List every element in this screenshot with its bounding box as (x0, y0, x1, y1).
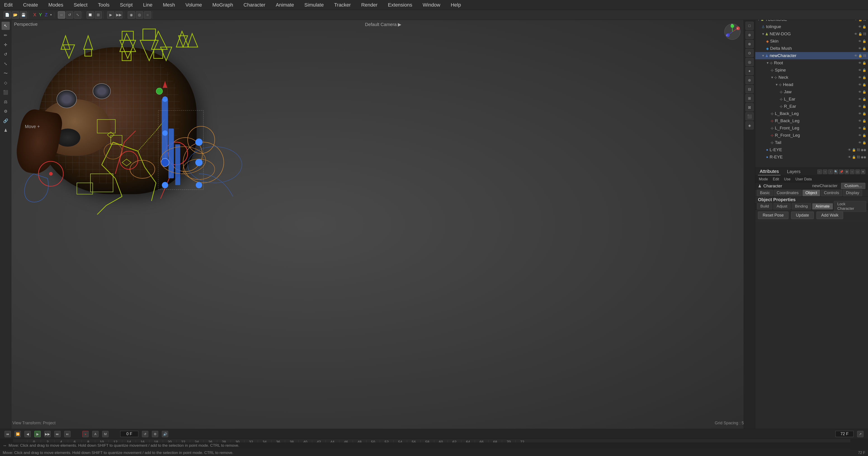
attrs-menu-mode[interactable]: Mode (757, 177, 770, 182)
menu-line[interactable]: Line (141, 1, 154, 9)
attrs-pin-icon[interactable]: 📌 (839, 170, 844, 174)
obj-item-reye[interactable]: ● R-EYE 👁 🔒 ⛓ ◉◉ (755, 153, 868, 161)
attr-tab-coordinates[interactable]: Coordinates (774, 190, 802, 196)
toolbar-open[interactable]: 📂 (12, 11, 19, 19)
expand-newdog[interactable]: ▼ (762, 32, 765, 35)
obj-item-newcharacter[interactable]: ▼ ♟ newCharacter 👁 🔒 ⛓ (755, 52, 868, 59)
frame-end-input[interactable] (835, 431, 854, 437)
icons-panel-btn-8[interactable]: ⊟ (745, 85, 754, 93)
menu-mesh[interactable]: Mesh (161, 1, 177, 9)
sidebar-joint-tool[interactable]: ⚙ (2, 107, 10, 115)
obj-item-tail[interactable]: ⊹ Tail 👁 🔒 (755, 139, 868, 146)
attrs-forward-icon[interactable]: → (823, 170, 827, 174)
icons-panel-btn-10[interactable]: ⊠ (745, 103, 754, 111)
sidebar-select-tool[interactable]: ↖ (2, 22, 10, 30)
sidebar-paint-tool[interactable]: ✏ (2, 31, 10, 39)
menu-volume[interactable]: Volume (184, 1, 204, 9)
toolbar-display-3[interactable]: ○ (144, 11, 151, 19)
obj-item-jaw[interactable]: ⊹ Jaw 👁 🔒 (755, 88, 868, 95)
menu-character[interactable]: Character (242, 1, 267, 9)
icons-panel-btn-2[interactable]: ⊕ (745, 31, 754, 39)
menu-tools[interactable]: Tools (96, 1, 111, 9)
attrs-up-icon[interactable]: ↑ (828, 170, 833, 174)
obj-item-skin[interactable]: ◈ Skin 👁 🔒 (755, 37, 868, 45)
attrs-menu-edit[interactable]: Edit (771, 177, 781, 182)
viewport[interactable]: Perspective Default Camera ▶ Move + (11, 20, 755, 429)
menu-tracker[interactable]: Tracker (332, 1, 352, 9)
attrs-custom-button[interactable]: Custom... (841, 183, 865, 189)
attrs-maximize-icon[interactable]: □ (855, 170, 860, 174)
transport-prev-keyframe[interactable]: ⏪ (14, 431, 21, 437)
transport-audio[interactable]: 🔊 (162, 431, 168, 437)
transport-loop[interactable]: ↺ (142, 431, 148, 437)
transport-motion[interactable]: M (102, 431, 108, 437)
action-tab-lock[interactable]: Lock Character (834, 201, 866, 212)
navigation-gizmo[interactable]: X Y Z (723, 23, 741, 41)
toolbar-save[interactable]: 💾 (20, 11, 27, 19)
obj-item-lear[interactable]: ⊹ L_Ear 👁 🔒 (755, 95, 868, 103)
menu-simulate[interactable]: Simulate (303, 1, 326, 9)
update-button[interactable]: Update (791, 211, 814, 219)
icons-panel-btn-5[interactable]: ◎ (745, 58, 754, 66)
obj-item-rfrontleg[interactable]: ⊹ R_Front_Leg 👁 🔒 (755, 132, 868, 139)
obj-item-lfrontleg[interactable]: ⊹ L_Front_Leg 👁 🔒 (755, 124, 868, 132)
menu-render[interactable]: Render (360, 1, 379, 9)
sidebar-spline-tool[interactable]: 〜 (2, 69, 10, 77)
toolbar-display-1[interactable]: ◉ (128, 11, 135, 19)
transport-corner-icon[interactable]: ↗ (857, 431, 864, 437)
icons-panel-btn-7[interactable]: ⊛ (745, 76, 754, 84)
icons-panel-btn-11[interactable]: ⬛ (745, 112, 754, 120)
expand-neck[interactable]: ▼ (771, 76, 774, 79)
icons-panel-btn-6[interactable]: ✦ (745, 67, 754, 75)
transport-record[interactable]: ⏯ (64, 431, 70, 437)
obj-item-rear[interactable]: ⊹ R_Ear 👁 🔒 (755, 103, 868, 110)
action-tab-binding[interactable]: Binding (792, 203, 811, 209)
transport-first-frame[interactable]: ⏮ (4, 431, 11, 437)
sidebar-scale-tool[interactable]: ⤡ (2, 60, 10, 68)
icons-panel-btn-12[interactable]: ◈ (745, 121, 754, 130)
sidebar-rotate-tool[interactable]: ↺ (2, 50, 10, 58)
attr-tab-controls[interactable]: Controls (821, 190, 842, 196)
add-walk-button[interactable]: Add Walk (816, 211, 843, 219)
toolbar-align[interactable]: ⊞ (95, 11, 102, 19)
sidebar-weight-tool[interactable]: ⚖ (2, 98, 10, 106)
menu-window[interactable]: Window (421, 1, 442, 9)
attrs-menu-userdata[interactable]: User Data (794, 177, 813, 182)
menu-edit[interactable]: Edit (2, 1, 14, 9)
obj-item-lbackleg[interactable]: ⊹ L_Back_Leg 👁 🔒 (755, 110, 868, 117)
action-tab-adjust[interactable]: Adjust (773, 203, 791, 209)
menu-select[interactable]: Select (72, 1, 89, 9)
toolbar-new[interactable]: 📄 (4, 11, 11, 19)
transport-next-frame[interactable]: ⏭ (54, 431, 61, 437)
menu-mograph[interactable]: MoGraph (211, 1, 235, 9)
sidebar-ik-tool[interactable]: 🔗 (2, 117, 10, 125)
menu-create[interactable]: Create (21, 1, 40, 9)
toolbar-render-full[interactable]: ▶▶ (115, 11, 123, 19)
obj-item-tolingue2[interactable]: ♙ tolingue 👁 🔒 (755, 23, 868, 30)
sidebar-sculpt-tool[interactable]: ⬛ (2, 88, 10, 96)
attr-tab-display[interactable]: Display (843, 190, 862, 196)
transport-play-forward[interactable]: ▶ (34, 431, 41, 437)
reset-pose-button[interactable]: Reset Pose (758, 211, 788, 219)
menu-help[interactable]: Help (449, 1, 463, 9)
action-tab-animate[interactable]: Animate (812, 203, 833, 209)
transport-prev-frame[interactable]: ◀ (24, 431, 31, 437)
toolbar-rotate[interactable]: ↺ (66, 11, 73, 19)
expand-head[interactable]: ▼ (775, 83, 778, 86)
menu-animate[interactable]: Animate (274, 1, 296, 9)
attrs-close-icon[interactable]: ✕ (861, 170, 865, 174)
menu-modes[interactable]: Modes (46, 1, 65, 9)
obj-item-rbackleg[interactable]: ⊹ R_Back_Leg 👁 🔒 (755, 117, 868, 124)
toolbar-scale[interactable]: ⤡ (74, 11, 81, 19)
transport-play-reverse[interactable]: ▶▶ (44, 431, 51, 437)
toolbar-display-2[interactable]: ◎ (136, 11, 143, 19)
toolbar-render-preview[interactable]: ▶ (107, 11, 114, 19)
action-tab-build[interactable]: Build (757, 203, 772, 209)
icons-panel-btn-9[interactable]: ⊞ (745, 94, 754, 102)
expand-root[interactable]: ▼ (766, 61, 769, 64)
icons-panel-btn-3[interactable]: ⊗ (745, 40, 754, 48)
attrs-menu-use[interactable]: Use (782, 177, 792, 182)
obj-item-neck[interactable]: ▼ ⊹ Neck 👁 🔒 (755, 74, 868, 81)
current-frame-input[interactable] (120, 431, 138, 437)
transport-autokey[interactable]: A (92, 431, 98, 437)
